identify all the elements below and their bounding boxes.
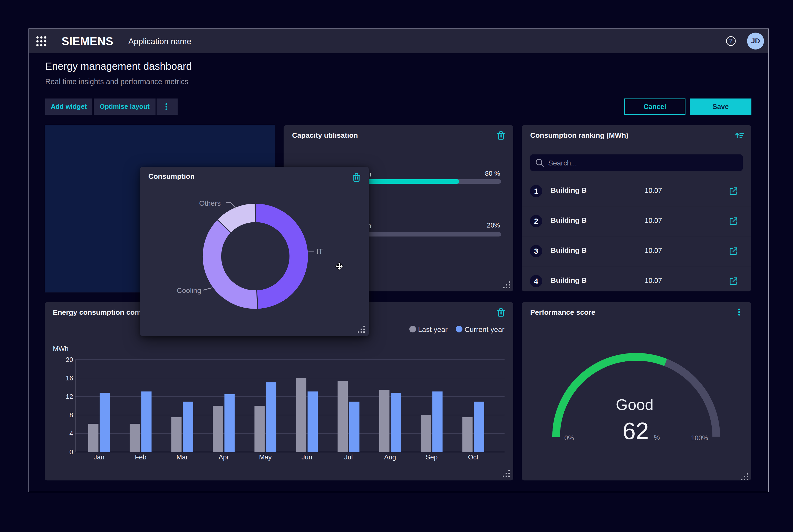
svg-text:Cooling: Cooling [177,286,201,294]
svg-text:IT: IT [316,247,323,255]
svg-text:Others: Others [199,199,221,207]
